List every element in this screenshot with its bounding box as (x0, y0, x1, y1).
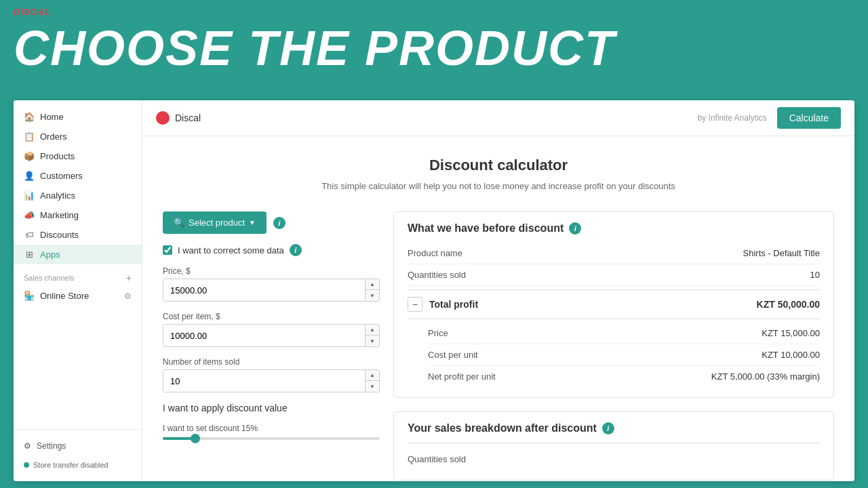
apps-icon: ⊞ (24, 249, 35, 260)
home-icon: 🏠 (24, 112, 35, 122)
before-discount-section: What we have before discount i Product n… (393, 211, 834, 398)
checkbox-info-icon[interactable]: i (290, 244, 302, 256)
price-spin-up[interactable]: ▲ (366, 279, 379, 290)
right-panel: What we have before discount i Product n… (393, 211, 834, 481)
qty-input[interactable] (163, 370, 365, 392)
slider-thumb[interactable] (191, 434, 200, 443)
before-discount-info-icon[interactable]: i (569, 222, 581, 235)
sidebar-item-orders[interactable]: 📋 Orders (14, 127, 142, 146)
cost-per-unit-row: Cost per unit KZT 10,000.00 (428, 344, 820, 366)
store-transfer-status: Store transfer disabled (14, 455, 142, 474)
net-profit-row: Net profit per unit KZT 5,000.00 (33% ma… (428, 366, 820, 387)
app-main-content: Discount calculator This simple calculat… (142, 136, 854, 481)
slider-label: I want to set discount 15% (163, 424, 380, 433)
add-sales-channel-btn[interactable]: + (126, 272, 132, 283)
price-input[interactable] (163, 279, 365, 301)
chevron-down-icon: ▼ (249, 219, 256, 226)
sidebar-item-marketing[interactable]: 📣 Marketing (14, 205, 142, 225)
sidebar-item-products[interactable]: 📦 Products (14, 146, 142, 166)
cost-label: Cost per item, $ (163, 312, 380, 321)
app-dot (156, 111, 170, 125)
sidebar-item-online-store[interactable]: 🏪 Online Store ⚙ (14, 286, 142, 306)
after-discount-info-icon[interactable]: i (602, 422, 614, 434)
cost-field-group: Cost per item, $ ▲ ▼ (163, 312, 380, 347)
checkbox-label: I want to correct some data (178, 245, 284, 256)
after-discount-section: Your sales breakdown after discount i Qu… (393, 411, 834, 481)
settings-icon: ⚙ (24, 441, 31, 451)
after-discount-title: Your sales breakdown after discount (408, 422, 597, 434)
price-spin-down[interactable]: ▼ (366, 290, 379, 301)
slider-track (163, 437, 380, 440)
brand-name: DISCAL (14, 7, 854, 17)
total-profit-row: − Total profit KZT 50,000.00 (408, 289, 820, 319)
qty-spin-down[interactable]: ▼ (366, 381, 379, 392)
sidebar-item-home[interactable]: 🏠 Home (14, 107, 142, 127)
cost-spin-down[interactable]: ▼ (366, 336, 379, 346)
sidebar-settings[interactable]: ⚙ Settings (14, 436, 142, 455)
analytics-icon: 📊 (24, 190, 35, 201)
cost-input[interactable] (163, 325, 365, 346)
store-transfer-dot (24, 462, 29, 468)
discounts-icon: 🏷 (24, 230, 35, 240)
calculator-subtitle: This simple calculator will help you not… (163, 181, 834, 191)
discount-section-title: I want to apply discount value (163, 403, 380, 413)
banner-title: CHOOSE THE PRODUCT (14, 20, 854, 76)
by-label: by Infinite Analytics (698, 113, 767, 123)
sales-channels-label: Sales channels + (14, 264, 142, 286)
qty-label: Number of items sold (163, 357, 380, 367)
qty-field-group: Number of items sold ▲ ▼ (163, 357, 380, 392)
calculate-button[interactable]: Calculate (777, 107, 841, 129)
products-icon: 📦 (24, 151, 35, 161)
select-product-button[interactable]: 🔍 Select product ▼ (163, 211, 267, 234)
price-field-group: Price, $ ▲ ▼ (163, 266, 380, 302)
calculator-title: Discount calculator (163, 157, 834, 174)
orders-icon: 📋 (24, 131, 35, 142)
correct-data-checkbox[interactable] (163, 245, 172, 255)
left-panel: 🔍 Select product ▼ i I want to correct s… (163, 211, 380, 481)
sidebar-item-analytics[interactable]: 📊 Analytics (14, 186, 142, 205)
sidebar: 🏠 Home 📋 Orders 📦 Products 👤 Customers 📊… (14, 100, 142, 481)
sidebar-item-discounts[interactable]: 🏷 Discounts (14, 225, 142, 245)
app-brand: Discal (156, 111, 201, 125)
cost-spin-up[interactable]: ▲ (366, 325, 379, 336)
before-discount-title: What we have before discount (408, 222, 564, 235)
sidebar-item-customers[interactable]: 👤 Customers (14, 166, 142, 186)
qty-spin-up[interactable]: ▲ (366, 370, 379, 381)
sidebar-item-apps[interactable]: ⊞ Apps (14, 245, 142, 264)
marketing-icon: 📣 (24, 210, 35, 220)
select-product-info-icon[interactable]: i (273, 217, 285, 229)
store-icon: 🏪 (24, 291, 35, 301)
qty-sold-row: Quantities sold 10 (408, 264, 820, 286)
customers-icon: 👤 (24, 171, 35, 181)
product-name-row: Product name Shirts - Default Title (408, 243, 820, 264)
app-brand-name: Discal (175, 113, 201, 123)
discount-slider-row: I want to set discount 15% (163, 424, 380, 440)
search-icon: 🔍 (174, 218, 184, 228)
price-row: Price KZT 15,000.00 (428, 323, 820, 344)
store-settings-icon[interactable]: ⚙ (124, 291, 132, 301)
content-area: Discal by Infinite Analytics Calculate D… (142, 100, 854, 481)
price-label: Price, $ (163, 266, 380, 276)
app-header: Discal by Infinite Analytics Calculate (142, 100, 854, 136)
expand-collapse-btn[interactable]: − (408, 297, 422, 312)
after-qty-sold-row: Quantities sold (408, 449, 820, 470)
